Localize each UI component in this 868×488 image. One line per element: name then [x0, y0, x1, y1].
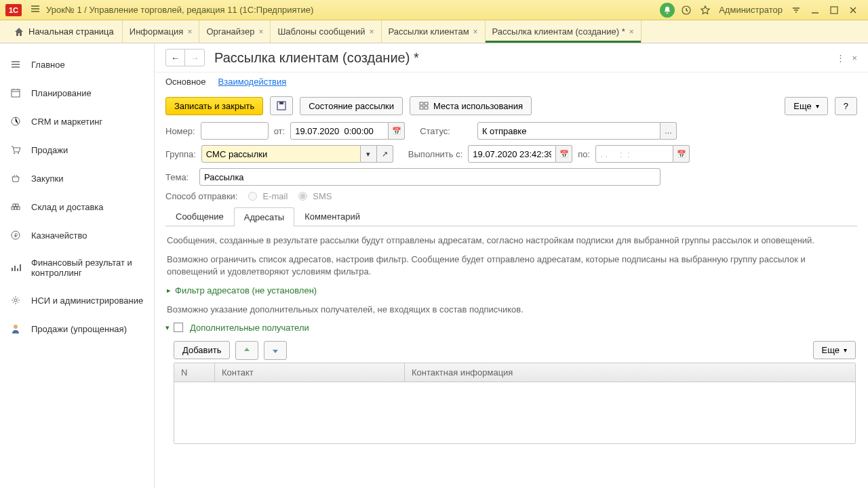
status-input[interactable]	[477, 122, 660, 140]
tab-templates[interactable]: Шаблоны сообщений×	[271, 20, 381, 43]
move-down-button[interactable]	[264, 341, 287, 360]
settings-icon[interactable]	[788, 2, 804, 18]
home-tab[interactable]: Начальная страница	[5, 20, 123, 43]
history-icon[interactable]	[678, 2, 694, 18]
table-body[interactable]	[174, 382, 855, 443]
exec-from-label: Выполнить с:	[408, 149, 462, 159]
tab-organizer[interactable]: Органайзер×	[199, 20, 271, 43]
recipients-toolbar: Добавить Еще	[174, 341, 856, 360]
bar-icon	[9, 262, 22, 274]
svg-rect-1	[831, 7, 837, 14]
close-icon[interactable]: ×	[370, 27, 374, 37]
subnav-interactions[interactable]: Взаимодействия	[218, 77, 287, 87]
to-date-input[interactable]	[595, 145, 673, 163]
sidebar-item-purchasing[interactable]: Закупки	[0, 164, 154, 192]
group-input[interactable]	[201, 145, 361, 163]
nav-buttons: ← →	[165, 49, 205, 66]
tab-info[interactable]: Информация×	[123, 20, 200, 43]
tab-content: Сообщения, созданные в результате рассыл…	[165, 226, 857, 452]
calendar-icon[interactable]: 📅	[389, 122, 405, 140]
basket-icon	[9, 172, 22, 184]
warehouse-icon	[9, 201, 22, 213]
move-up-button[interactable]	[235, 341, 258, 360]
hamburger-icon[interactable]	[30, 3, 41, 16]
favorite-icon[interactable]	[697, 2, 713, 18]
mailing-status-button[interactable]: Состояние рассылки	[300, 97, 403, 115]
titlebar: 1C Урок№ 1 / Управление торговлей, редак…	[0, 0, 868, 20]
close-icon[interactable]: ×	[473, 27, 478, 37]
sidebar-item-finance[interactable]: Финансовый результат и контроллинг	[0, 249, 154, 286]
svg-text:₽: ₽	[14, 232, 18, 239]
calendar-icon[interactable]: 📅	[556, 145, 572, 163]
recipients-table: N Контакт Контактная информация	[174, 363, 856, 444]
usage-places-button[interactable]: Места использования	[410, 96, 532, 115]
coin-icon: ₽	[9, 229, 22, 241]
col-n[interactable]: N	[174, 363, 215, 382]
from-label: от:	[274, 126, 285, 136]
more-button-table[interactable]: Еще	[813, 341, 856, 359]
chevron-down-icon[interactable]: ▾	[361, 145, 377, 163]
kebab-icon[interactable]: ⋮	[836, 53, 845, 63]
page-title: Рассылка клиентам (создание) *	[214, 50, 827, 66]
filter-section-header[interactable]: Фильтр адресатов (не установлен)	[167, 285, 856, 296]
svg-rect-6	[12, 207, 14, 209]
user-name[interactable]: Администратор	[719, 5, 783, 15]
save-close-button[interactable]: Записать и закрыть	[165, 97, 263, 115]
tab-mailings[interactable]: Рассылки клиентам×	[382, 20, 486, 43]
svg-rect-10	[16, 204, 18, 207]
open-icon[interactable]: ↗	[377, 145, 393, 163]
forward-button[interactable]: →	[185, 49, 204, 66]
notification-icon[interactable]	[659, 2, 675, 18]
number-input[interactable]	[201, 122, 269, 140]
tab-message[interactable]: Сообщение	[165, 207, 234, 226]
tab-recipients[interactable]: Адресаты	[234, 207, 294, 226]
help-button[interactable]: ?	[835, 97, 857, 115]
maximize-icon[interactable]	[826, 2, 842, 18]
exec-from-input[interactable]	[468, 145, 556, 163]
checkbox-icon[interactable]	[174, 323, 183, 332]
sidebar-item-label: Планирование	[31, 88, 92, 98]
svg-point-5	[18, 152, 19, 154]
sidebar-item-admin[interactable]: НСИ и администрирование	[0, 286, 154, 314]
minimize-icon[interactable]	[807, 2, 823, 18]
svg-rect-16	[279, 102, 283, 104]
sidebar-item-warehouse[interactable]: Склад и доставка	[0, 192, 154, 221]
inner-tabs: Сообщение Адресаты Комментарий	[165, 207, 857, 226]
close-page-icon[interactable]: ×	[852, 53, 857, 63]
calendar-icon[interactable]: 📅	[673, 145, 690, 163]
close-icon[interactable]: ×	[258, 27, 263, 37]
from-date-input[interactable]	[290, 122, 389, 140]
sidebar-item-planning[interactable]: Планирование	[0, 79, 154, 107]
sms-radio-label: SMS	[313, 191, 332, 201]
add-button[interactable]: Добавить	[174, 341, 230, 359]
app-logo: 1C	[5, 4, 22, 16]
extra-recipients-header[interactable]: Дополнительные получатели	[165, 323, 856, 333]
sidebar-item-simple-sales[interactable]: Продажи (упрощенная)	[0, 314, 154, 343]
more-button[interactable]: Еще	[785, 97, 827, 115]
save-button[interactable]	[270, 96, 293, 115]
home-tab-label: Начальная страница	[28, 26, 114, 37]
close-icon[interactable]	[845, 2, 861, 18]
col-info[interactable]: Контактная информация	[405, 363, 855, 382]
sms-radio	[298, 192, 307, 201]
tab-comment[interactable]: Комментарий	[294, 207, 370, 226]
close-icon[interactable]: ×	[187, 27, 192, 37]
sidebar-item-sales[interactable]: Продажи	[0, 136, 154, 164]
sidebar-item-treasury[interactable]: ₽ Казначейство	[0, 221, 154, 249]
svg-rect-7	[14, 207, 17, 209]
subject-input[interactable]	[199, 168, 660, 186]
toolbar: Записать и закрыть Состояние рассылки Ме…	[155, 94, 868, 122]
svg-rect-19	[420, 106, 423, 109]
subnav-main[interactable]: Основное	[165, 77, 206, 87]
back-button[interactable]: ←	[166, 49, 185, 66]
tab-mailing-create[interactable]: Рассылка клиентам (создание) *×	[486, 20, 642, 43]
close-icon[interactable]: ×	[629, 27, 634, 37]
window-tabs: Начальная страница Информация× Органайзе…	[0, 20, 868, 43]
sidebar-item-crm[interactable]: CRM и маркетинг	[0, 107, 154, 136]
sidebar-item-main[interactable]: Главное	[0, 50, 154, 79]
col-contact[interactable]: Контакт	[215, 363, 405, 382]
main-area: ← → Рассылка клиентам (создание) * ⋮ × О…	[155, 43, 868, 488]
ellipsis-icon[interactable]: …	[660, 122, 677, 140]
to-label: по:	[578, 149, 590, 159]
person-icon	[9, 323, 22, 335]
